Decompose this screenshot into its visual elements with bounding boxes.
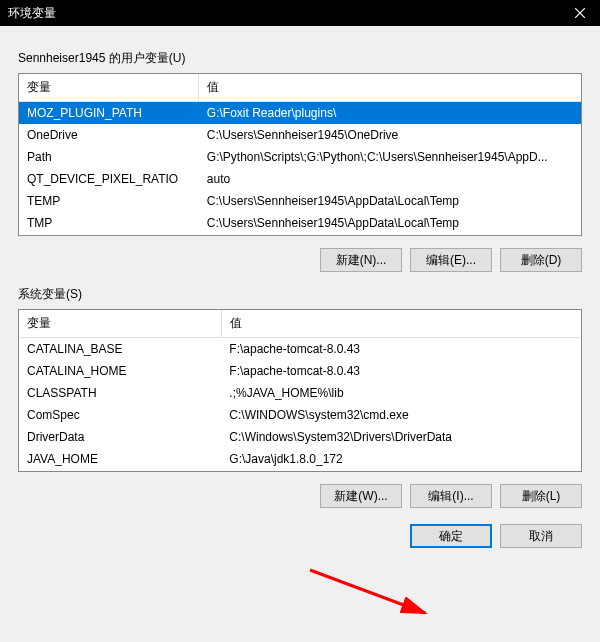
- table-row[interactable]: JAVA_HOMEG:\Java\jdk1.8.0_172: [19, 448, 581, 470]
- user-vars-label: Sennheiser1945 的用户变量(U): [18, 50, 582, 67]
- annotation-arrow: [305, 565, 445, 625]
- table-row[interactable]: TEMPC:\Users\Sennheiser1945\AppData\Loca…: [19, 190, 581, 212]
- user-edit-button[interactable]: 编辑(E)...: [410, 248, 492, 272]
- var-value-cell: F:\apache-tomcat-8.0.43: [221, 338, 581, 361]
- var-name-cell: CLASSPATH: [19, 382, 221, 404]
- var-value-cell: 4: [221, 470, 581, 472]
- var-value-cell: C:\WINDOWS\system32\cmd.exe: [221, 404, 581, 426]
- var-value-cell: F:\apache-tomcat-8.0.43: [221, 360, 581, 382]
- var-value-cell: C:\Users\Sennheiser1945\AppData\Local\Te…: [199, 190, 581, 212]
- table-row[interactable]: OneDriveC:\Users\Sennheiser1945\OneDrive: [19, 124, 581, 146]
- var-name-cell: NUMBER_OF_PROCESSORS: [19, 470, 221, 472]
- sys-delete-button[interactable]: 删除(L): [500, 484, 582, 508]
- var-name-cell: OneDrive: [19, 124, 199, 146]
- user-delete-button[interactable]: 删除(D): [500, 248, 582, 272]
- titlebar: 环境变量: [0, 0, 600, 26]
- sys-edit-button[interactable]: 编辑(I)...: [410, 484, 492, 508]
- sys-col-name-header[interactable]: 变量: [19, 310, 221, 338]
- var-value-cell: C:\Windows\System32\Drivers\DriverData: [221, 426, 581, 448]
- var-value-cell: .;%JAVA_HOME%\lib: [221, 382, 581, 404]
- close-icon: [575, 8, 585, 18]
- table-row[interactable]: CATALINA_HOMEF:\apache-tomcat-8.0.43: [19, 360, 581, 382]
- user-new-button[interactable]: 新建(N)...: [320, 248, 402, 272]
- var-value-cell: C:\Users\Sennheiser1945\AppData\Local\Te…: [199, 212, 581, 234]
- var-name-cell: Path: [19, 146, 199, 168]
- var-name-cell: TEMP: [19, 190, 199, 212]
- var-name-cell: QT_DEVICE_PIXEL_RATIO: [19, 168, 199, 190]
- table-row[interactable]: MOZ_PLUGIN_PATHG:\Foxit Reader\plugins\: [19, 102, 581, 125]
- close-button[interactable]: [560, 0, 600, 26]
- var-value-cell: G:\Java\jdk1.8.0_172: [221, 448, 581, 470]
- ok-button[interactable]: 确定: [410, 524, 492, 548]
- sys-new-button[interactable]: 新建(W)...: [320, 484, 402, 508]
- var-value-cell: C:\Users\Sennheiser1945\OneDrive: [199, 124, 581, 146]
- system-vars-label: 系统变量(S): [18, 286, 582, 303]
- var-name-cell: CATALINA_BASE: [19, 338, 221, 361]
- svg-line-0: [310, 570, 425, 613]
- var-value-cell: auto: [199, 168, 581, 190]
- user-vars-table[interactable]: 变量 值 MOZ_PLUGIN_PATHG:\Foxit Reader\plug…: [18, 73, 582, 236]
- table-row[interactable]: DriverDataC:\Windows\System32\Drivers\Dr…: [19, 426, 581, 448]
- var-name-cell: JAVA_HOME: [19, 448, 221, 470]
- var-name-cell: CATALINA_HOME: [19, 360, 221, 382]
- sys-col-value-header[interactable]: 值: [221, 310, 581, 338]
- window-title: 环境变量: [8, 5, 56, 22]
- table-row[interactable]: QT_DEVICE_PIXEL_RATIOauto: [19, 168, 581, 190]
- table-row[interactable]: NUMBER_OF_PROCESSORS4: [19, 470, 581, 472]
- var-name-cell: DriverData: [19, 426, 221, 448]
- user-col-name-header[interactable]: 变量: [19, 74, 199, 102]
- table-row[interactable]: CATALINA_BASEF:\apache-tomcat-8.0.43: [19, 338, 581, 361]
- table-row[interactable]: PathG:\Python\Scripts\;G:\Python\;C:\Use…: [19, 146, 581, 168]
- var-value-cell: G:\Foxit Reader\plugins\: [199, 102, 581, 125]
- cancel-button[interactable]: 取消: [500, 524, 582, 548]
- table-row[interactable]: ComSpecC:\WINDOWS\system32\cmd.exe: [19, 404, 581, 426]
- var-name-cell: ComSpec: [19, 404, 221, 426]
- table-row[interactable]: CLASSPATH.;%JAVA_HOME%\lib: [19, 382, 581, 404]
- system-vars-table[interactable]: 变量 值 CATALINA_BASEF:\apache-tomcat-8.0.4…: [18, 309, 582, 472]
- var-name-cell: TMP: [19, 212, 199, 234]
- var-value-cell: G:\Python\Scripts\;G:\Python\;C:\Users\S…: [199, 146, 581, 168]
- var-name-cell: MOZ_PLUGIN_PATH: [19, 102, 199, 125]
- table-row[interactable]: TMPC:\Users\Sennheiser1945\AppData\Local…: [19, 212, 581, 234]
- user-col-value-header[interactable]: 值: [199, 74, 581, 102]
